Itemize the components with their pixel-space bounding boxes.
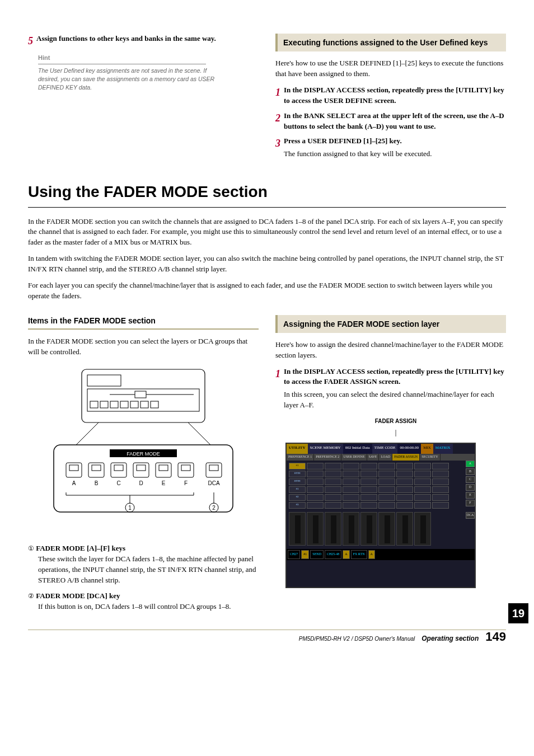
item-1: ① FADER MODE [A]–[F] keys These switch t… xyxy=(38,543,259,585)
assign-col: Assigning the FADER MODE section layer H… xyxy=(275,315,506,618)
exec-step-2: 2 In the BANK SELECT area at the upper l… xyxy=(275,111,506,132)
ss-tab-6: SECURITY xyxy=(420,454,440,461)
ss-tab-4: LOAD xyxy=(379,454,392,461)
ss-send: SEND xyxy=(310,550,324,559)
fader-mode-diagram: FADER MODE A B C D E F DCA xyxy=(28,367,259,534)
ss-ch: CH27 xyxy=(288,550,300,559)
ss-btn-dca: DCA xyxy=(466,512,475,519)
svg-rect-4 xyxy=(100,401,108,408)
ss-tab-2: USER DEFINE xyxy=(341,454,367,461)
svg-rect-7 xyxy=(130,401,138,408)
svg-line-12 xyxy=(76,422,99,445)
svg-rect-32 xyxy=(181,465,190,471)
exec-heading-box: Executing functions assigned to the User… xyxy=(275,34,506,51)
ss-rowlabel-1: STIN xyxy=(289,471,306,477)
ss-tab-0: PREFERENCE 1 xyxy=(287,454,314,461)
step-5: 5 Assign functions to other keys and ban… xyxy=(28,34,259,48)
footer-page: 149 xyxy=(485,628,506,646)
item-2-num: ② xyxy=(28,592,34,600)
svg-text:DCA: DCA xyxy=(208,480,219,486)
exec-step-2-text: In the BANK SELECT area at the upper lef… xyxy=(284,111,504,130)
svg-rect-20 xyxy=(92,465,101,471)
svg-rect-17 xyxy=(69,465,78,471)
section-intro: In the FADER MODE section you can switch… xyxy=(28,217,506,302)
ss-matrix: MATRIX xyxy=(433,444,453,454)
intro-p1: In the FADER MODE section you can switch… xyxy=(28,217,506,248)
ss-tc-label: TIME CODE xyxy=(372,444,398,454)
svg-text:D: D xyxy=(139,480,143,486)
ss-scene-label: SCENE MEMORY xyxy=(308,444,343,454)
screenshot-title: FADER ASSIGN xyxy=(285,417,506,426)
section-title: Using the FADER MODE section xyxy=(28,181,506,208)
fader-assign-screenshot: UTILITY SCENE MEMORY 002 Initial Data TI… xyxy=(285,443,476,588)
svg-text:C: C xyxy=(116,480,120,486)
ss-rowlabel-3: #1 xyxy=(289,486,306,493)
svg-rect-35 xyxy=(209,465,218,471)
exec-intro: Here's how to use the USER DEFINED [1]–[… xyxy=(275,58,506,79)
ss-btn-e: E xyxy=(466,492,475,499)
exec-step-1: 1 In the DISPLAY ACCESS section, repeate… xyxy=(275,85,506,106)
ss-rowlabel-2: STIN xyxy=(289,478,306,485)
svg-text:1: 1 xyxy=(128,505,132,511)
svg-rect-1 xyxy=(87,375,121,386)
ss-scene-val: 002 Initial Data xyxy=(343,444,372,454)
footer: PM5D/PM5D-RH V2 / DSP5D Owner's Manual O… xyxy=(28,628,506,646)
ss-tab-1: PREFERENCE 2 xyxy=(314,454,341,461)
svg-rect-29 xyxy=(159,465,168,471)
ss-tabs: PREFERENCE 1 PREFERENCE 2 USER DEFINE SA… xyxy=(287,454,475,461)
item-2: ② FADER MODE [DCA] key If this button is… xyxy=(38,591,259,612)
lower-columns: Items in the FADER MODE section In the F… xyxy=(28,315,506,618)
svg-text:F: F xyxy=(184,480,188,486)
svg-rect-8 xyxy=(140,401,148,408)
ss-tc-val: 00:00:00.00 xyxy=(397,444,421,454)
ss-btn-a: A xyxy=(466,461,475,467)
item-2-label: FADER MODE [DCA] key xyxy=(36,591,120,600)
ss-fxrtn: FX RTN xyxy=(351,550,367,559)
ss-rowlabel-5: #3 xyxy=(289,502,306,509)
ss-btn-c: C xyxy=(466,476,475,483)
svg-text:2: 2 xyxy=(212,505,216,511)
ss-btn-f: F xyxy=(466,500,475,506)
assign-step-1-text: In the DISPLAY ACCESS section, repeatedl… xyxy=(284,367,504,386)
svg-rect-6 xyxy=(120,401,128,408)
exec-step-3-text: Press a USER DEFINED [1]–[25] key. xyxy=(284,137,402,145)
exec-heading: Executing functions assigned to the User… xyxy=(283,37,500,48)
chapter-number: 19 xyxy=(508,603,528,623)
step-5-number: 5 xyxy=(28,34,33,48)
assign-intro: Here's how to assign the desired channel… xyxy=(275,340,506,361)
svg-line-13 xyxy=(188,422,210,445)
svg-text:E: E xyxy=(162,480,166,486)
svg-text:B: B xyxy=(95,480,99,486)
svg-rect-9 xyxy=(151,401,158,408)
diagram-svg: FADER MODE A B C D E F DCA xyxy=(43,367,244,534)
ss-rowlabel-0: #1 xyxy=(289,463,306,469)
ss-layer: A xyxy=(343,550,349,559)
svg-rect-26 xyxy=(137,465,146,471)
ss-inputch: CH25-48 xyxy=(325,550,341,559)
svg-rect-3 xyxy=(90,401,98,408)
exec-step-3-sub: The function assigned to that key will b… xyxy=(284,149,506,159)
svg-rect-23 xyxy=(114,465,123,471)
step-5-text: Assign functions to other keys and banks… xyxy=(36,34,216,43)
hint-text: The User Defined key assignments are not… xyxy=(38,67,217,92)
ss-btn-b: B xyxy=(466,468,475,475)
intro-p3: For each layer you can specify the chann… xyxy=(28,280,506,302)
item-1-num: ① xyxy=(28,544,34,552)
svg-rect-11 xyxy=(135,391,146,398)
ss-mix: MIX xyxy=(421,444,433,454)
items-heading-line: Items in the FADER MODE section xyxy=(28,315,259,330)
assign-heading-box: Assigning the FADER MODE section layer xyxy=(275,315,506,333)
exec-step-1-num: 1 xyxy=(275,85,280,100)
items-intro: In the FADER MODE section you can select… xyxy=(28,336,259,358)
exec-step-3: 3 Press a USER DEFINED [1]–[25] key. The… xyxy=(275,136,506,159)
panel-label: FADER MODE xyxy=(127,451,160,457)
ss-mixsend: #1 xyxy=(301,550,309,559)
footer-section: Operating section xyxy=(421,634,479,644)
items-heading: Items in the FADER MODE section xyxy=(28,316,156,325)
ss-btn-d: D xyxy=(466,484,475,491)
item-2-text: If this button is on, DCA faders 1–8 wil… xyxy=(38,602,231,611)
footer-manual: PM5D/PM5D-RH V2 / DSP5D Owner's Manual xyxy=(299,635,415,644)
ss-tab-3: SAVE xyxy=(367,454,380,461)
assign-step-1-sub: In this screen, you can select the desir… xyxy=(284,389,506,411)
ss-rowlabel-4: #2 xyxy=(289,494,306,501)
